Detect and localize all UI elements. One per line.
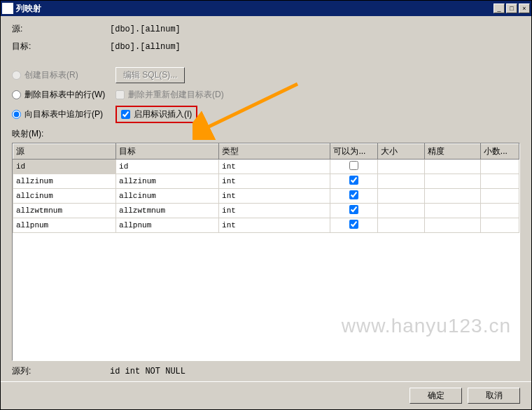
cell-target[interactable]: allzwtmnum xyxy=(116,204,219,218)
cell-size[interactable] xyxy=(377,174,424,189)
append-rows-option[interactable]: 向目标表中追加行(P) xyxy=(12,108,115,120)
cell-nullable[interactable] xyxy=(330,204,377,218)
cell-size[interactable] xyxy=(377,204,424,218)
delete-rows-option[interactable]: 删除目标表中的行(W) xyxy=(12,89,115,101)
cell-nullable[interactable] xyxy=(330,189,377,204)
cell-precision[interactable] xyxy=(425,218,481,233)
nullable-checkbox[interactable] xyxy=(349,190,358,199)
drop-recreate-option: 删除并重新创建目标表(D) xyxy=(115,89,224,101)
cell-nullable[interactable] xyxy=(330,218,377,233)
cell-scale[interactable] xyxy=(480,218,519,233)
create-table-radio xyxy=(12,71,21,80)
col-header-scale[interactable]: 小数... xyxy=(480,144,519,160)
cell-scale[interactable] xyxy=(480,174,519,189)
col-header-precision[interactable]: 精度 xyxy=(425,144,481,160)
edit-sql-button: 编辑 SQL(S)... xyxy=(115,67,185,83)
cell-nullable[interactable] xyxy=(330,174,377,189)
source-label: 源: xyxy=(12,23,110,35)
create-table-option: 创建目标表(R) xyxy=(12,69,115,81)
table-row[interactable]: ididint xyxy=(13,160,519,174)
cell-target[interactable]: allcinum xyxy=(116,189,219,204)
table-row[interactable]: allcinumallcinumint xyxy=(13,189,519,204)
cell-precision[interactable] xyxy=(425,174,481,189)
mapping-table[interactable]: 源 目标 类型 可以为... 大小 精度 小数... ididintallzin… xyxy=(13,143,519,233)
cell-source[interactable]: allpnum xyxy=(13,218,116,233)
table-row[interactable]: allzwtmnumallzwtmnumint xyxy=(13,204,519,218)
maximize-button[interactable]: □ xyxy=(506,3,517,13)
cell-source[interactable]: allzwtmnum xyxy=(13,204,116,218)
nullable-checkbox[interactable] xyxy=(349,161,358,170)
cell-precision[interactable] xyxy=(425,189,481,204)
nullable-checkbox[interactable] xyxy=(349,176,358,185)
ok-button[interactable]: 确定 xyxy=(410,388,462,404)
col-header-type[interactable]: 类型 xyxy=(219,144,330,160)
col-header-nullable[interactable]: 可以为... xyxy=(330,144,377,160)
cell-target[interactable]: id xyxy=(116,160,219,174)
nullable-checkbox[interactable] xyxy=(349,220,358,229)
window-icon xyxy=(2,3,13,14)
cell-nullable[interactable] xyxy=(330,160,377,174)
target-value: [dbo].[allnum] xyxy=(110,42,181,52)
table-row[interactable]: allpnumallpnumint xyxy=(13,218,519,233)
nullable-checkbox[interactable] xyxy=(349,205,358,214)
cell-size[interactable] xyxy=(377,189,424,204)
col-header-target[interactable]: 目标 xyxy=(116,144,219,160)
cell-type[interactable]: int xyxy=(219,174,330,189)
cell-type[interactable]: int xyxy=(219,160,330,174)
cell-precision[interactable] xyxy=(425,204,481,218)
close-button[interactable]: × xyxy=(519,3,530,13)
cell-size[interactable] xyxy=(377,218,424,233)
cell-source[interactable]: allcinum xyxy=(13,189,116,204)
cell-source[interactable]: id xyxy=(13,160,116,174)
append-rows-radio[interactable] xyxy=(12,110,21,119)
titlebar: 列映射 _ □ × xyxy=(1,1,531,16)
cell-scale[interactable] xyxy=(480,204,519,218)
drop-recreate-checkbox xyxy=(115,90,125,99)
cell-type[interactable]: int xyxy=(219,189,330,204)
cell-target[interactable]: allzinum xyxy=(116,174,219,189)
cell-size[interactable] xyxy=(377,160,424,174)
cell-scale[interactable] xyxy=(480,160,519,174)
identity-insert-option[interactable]: 启用标识插入(I) xyxy=(121,108,192,120)
target-label: 目标: xyxy=(12,41,110,52)
cell-target[interactable]: allpnum xyxy=(116,218,219,233)
window-title: 列映射 xyxy=(16,3,493,15)
source-column-value: id int NOT NULL xyxy=(110,367,186,376)
cell-type[interactable]: int xyxy=(219,218,330,233)
identity-insert-checkbox[interactable] xyxy=(121,110,130,119)
source-column-label: 源列: xyxy=(12,365,110,377)
col-header-size[interactable]: 大小 xyxy=(377,144,424,160)
cell-type[interactable]: int xyxy=(219,204,330,218)
cell-scale[interactable] xyxy=(480,189,519,204)
cell-precision[interactable] xyxy=(425,160,481,174)
mapping-label: 映射(M): xyxy=(12,128,520,140)
cell-source[interactable]: allzinum xyxy=(13,174,116,189)
delete-rows-radio[interactable] xyxy=(12,90,21,99)
cancel-button[interactable]: 取消 xyxy=(468,388,520,404)
source-value: [dbo].[allnum] xyxy=(110,24,181,34)
minimize-button[interactable]: _ xyxy=(493,3,505,13)
table-row[interactable]: allzinumallzinumint xyxy=(13,174,519,189)
mapping-table-container: 源 目标 类型 可以为... 大小 精度 小数... ididintallzin… xyxy=(12,143,520,361)
identity-insert-highlight: 启用标识插入(I) xyxy=(115,106,197,123)
col-header-source[interactable]: 源 xyxy=(13,144,116,160)
